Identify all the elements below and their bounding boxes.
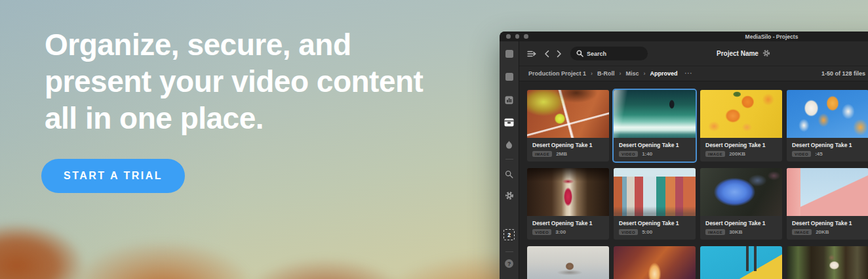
card-title: Desert Opening Take 1: [619, 142, 690, 148]
asset-type-badge: IMAGE: [792, 229, 812, 235]
card-title: Desert Opening Take 1: [792, 220, 863, 226]
sidebar-divider: [505, 159, 513, 160]
breadcrumb-item[interactable]: Misc: [626, 70, 639, 77]
asset-meta: 30KB: [729, 229, 742, 235]
help-icon[interactable]: ?: [505, 259, 513, 268]
asset-type-badge: VIDEO: [619, 229, 638, 235]
card-footer: Desert Opening Take 1VIDEO3:00: [527, 216, 609, 240]
asset-type-badge: VIDEO: [619, 151, 638, 157]
archive-icon[interactable]: [504, 118, 514, 127]
asset-meta: 1:40: [642, 151, 652, 157]
card-footer: Desert Opening Take 1IMAGE20KB: [787, 216, 868, 240]
pool-thumbnail: [700, 246, 782, 279]
asset-card[interactable]: Desert Opening Take 1IMAGE200KB: [700, 90, 782, 161]
tangerines-thumbnail: [700, 90, 782, 138]
card-title: Desert Opening Take 1: [705, 220, 777, 226]
file-count: 1-50 of 128 files: [821, 66, 865, 81]
gear-icon[interactable]: [505, 191, 514, 200]
card-footer: Desert Opening Take 1IMAGE2MB: [527, 138, 609, 161]
asset-card[interactable]: Desert Opening Take 1VIDEO1:40: [614, 90, 696, 161]
window-title: MediaSilo - Projects: [500, 33, 868, 40]
search-input[interactable]: [587, 51, 639, 57]
card-title: Desert Opening Take 1: [532, 142, 604, 148]
asset-meta: :45: [815, 151, 823, 157]
sidebar-nav: 2 ?: [500, 41, 519, 279]
search-icon: [576, 48, 583, 60]
card-title: Desert Opening Take 1: [619, 220, 690, 226]
headline-line: all in one place.: [45, 100, 423, 137]
asset-card[interactable]: Desert Opening Take 1VIDEO:45: [787, 90, 868, 161]
balloons-thumbnail: [787, 90, 868, 138]
breadcrumb-separator-icon: ›: [620, 70, 621, 77]
asset-grid: Desert Opening Take 1IMAGE2MBDesert Open…: [519, 81, 868, 279]
collapse-sidebar-icon[interactable]: [527, 50, 537, 58]
headline-line: Organize, secure, and: [45, 26, 423, 63]
breadcrumb-item[interactable]: Production Project 1: [528, 70, 586, 77]
asset-card[interactable]: Desert Opening Take 1VIDEO5:00: [614, 168, 696, 240]
pink-building-thumbnail: [787, 168, 868, 216]
swimmer-thumbnail: [527, 246, 609, 279]
toolbar: Project Name: [519, 41, 868, 66]
asset-card[interactable]: [527, 246, 609, 279]
workspace-square-icon[interactable]: [505, 73, 513, 81]
search-icon[interactable]: [505, 170, 513, 179]
sidebar-divider: [505, 251, 513, 252]
start-trial-button[interactable]: START A TRIAL: [41, 159, 185, 193]
tennis-thumbnail: [527, 90, 609, 138]
asset-card[interactable]: [614, 246, 696, 279]
asset-meta: 200KB: [729, 151, 745, 157]
card-footer: Desert Opening Take 1VIDEO:45: [787, 138, 868, 161]
canyon-thumbnail: [614, 246, 696, 279]
asset-type-badge: IMAGE: [532, 151, 552, 157]
card-title: Desert Opening Take 1: [792, 142, 863, 148]
breadcrumb-item[interactable]: B-Roll: [597, 70, 615, 77]
forward-button[interactable]: [557, 50, 562, 58]
card-footer: Desert Opening Take 1VIDEO5:00: [614, 216, 696, 240]
asset-card[interactable]: [787, 246, 868, 279]
main-content: Project Name Production Project 1›B-Roll…: [519, 41, 868, 279]
card-title: Desert Opening Take 1: [705, 142, 777, 148]
breadcrumb-bar: Production Project 1›B-Roll›Misc›Approve…: [519, 66, 868, 81]
asset-meta: 3:00: [555, 229, 566, 235]
chart-icon[interactable]: [505, 96, 513, 104]
asset-type-badge: IMAGE: [705, 229, 725, 235]
back-button[interactable]: [544, 50, 549, 58]
breadcrumb-separator-icon: ›: [591, 70, 593, 77]
canal-thumbnail: [614, 168, 696, 216]
breadcrumb: Production Project 1›B-Roll›Misc›Approve…: [528, 70, 678, 77]
breadcrumb-separator-icon: ›: [644, 70, 646, 77]
card-footer: Desert Opening Take 1VIDEO1:40: [614, 138, 696, 161]
asset-card[interactable]: Desert Opening Take 1IMAGE20KB: [787, 168, 868, 240]
project-settings-gear-icon[interactable]: [762, 48, 770, 60]
asset-card[interactable]: Desert Opening Take 1IMAGE30KB: [700, 168, 782, 240]
asset-card[interactable]: Desert Opening Take 1VIDEO3:00: [527, 168, 609, 240]
asset-type-badge: IMAGE: [705, 151, 725, 157]
asset-card[interactable]: [700, 246, 782, 279]
asset-meta: 2MB: [556, 151, 567, 157]
search-bar[interactable]: [570, 47, 648, 60]
card-title: Desert Opening Take 1: [532, 220, 604, 226]
florist-thumbnail: [787, 246, 868, 279]
asset-meta: 5:00: [642, 229, 652, 235]
wave-thumbnail: [614, 90, 696, 138]
counter-box[interactable]: 2: [503, 229, 515, 240]
breadcrumb-more-button[interactable]: ···: [685, 70, 693, 77]
asset-meta: 20KB: [816, 229, 829, 235]
card-footer: Desert Opening Take 1IMAGE200KB: [700, 138, 782, 161]
asset-type-badge: VIDEO: [532, 229, 551, 235]
asset-type-badge: VIDEO: [792, 151, 811, 157]
project-name-label: Project Name: [717, 50, 759, 57]
window-titlebar: MediaSilo - Projects: [500, 32, 868, 41]
red-dress-thumbnail: [527, 168, 609, 216]
workspace-square-icon[interactable]: [505, 50, 513, 58]
flame-icon[interactable]: [505, 140, 513, 149]
headline-line: present your video content: [45, 63, 423, 100]
card-footer: Desert Opening Take 1IMAGE30KB: [700, 216, 782, 240]
app-window: MediaSilo - Projects: [500, 32, 868, 279]
smoke-thumbnail: [700, 168, 782, 216]
breadcrumb-item[interactable]: Approved: [650, 70, 678, 77]
asset-card[interactable]: Desert Opening Take 1IMAGE2MB: [527, 90, 609, 161]
page-title: Organize, secure, and present your video…: [45, 26, 423, 137]
hero-section: Organize, secure, and present your video…: [0, 0, 868, 279]
